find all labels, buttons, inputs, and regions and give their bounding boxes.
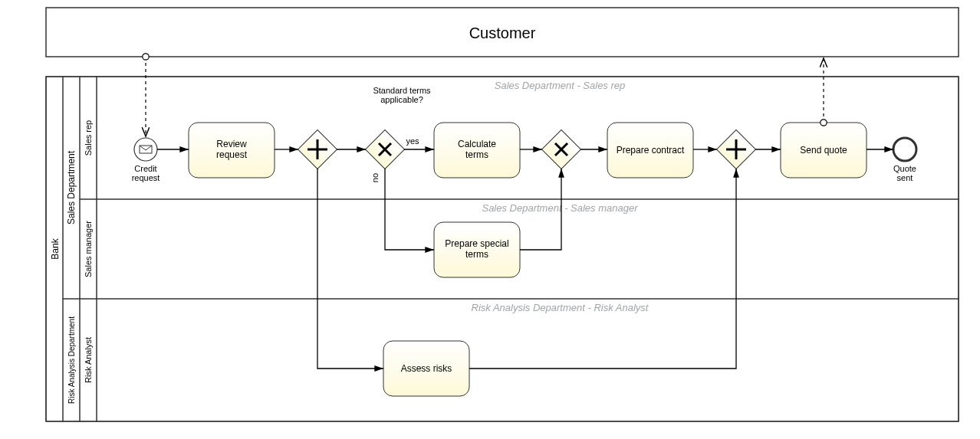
svg-text:terms: terms xyxy=(465,149,488,160)
svg-text:Prepare special: Prepare special xyxy=(445,238,508,249)
svg-text:applicable?: applicable? xyxy=(380,95,423,104)
pool-customer-title: Customer xyxy=(469,25,536,41)
svg-text:Send quote: Send quote xyxy=(800,145,847,156)
bpmn-diagram: Customer Bank Sales Department Sales rep… xyxy=(0,0,980,439)
lane-risk-analyst-title: Risk Analyst xyxy=(84,337,93,383)
svg-text:request: request xyxy=(216,149,248,160)
svg-text:Assess risks: Assess risks xyxy=(401,363,452,374)
svg-text:Prepare contract: Prepare contract xyxy=(617,145,685,156)
task-review-request: Review request xyxy=(189,123,275,178)
svg-text:Quote: Quote xyxy=(893,164,916,173)
task-prepare-special-terms: Prepare special terms xyxy=(434,222,520,277)
lane-sales-rep-title: Sales rep xyxy=(84,120,93,156)
svg-text:Calculate: Calculate xyxy=(458,139,496,149)
svg-text:sent: sent xyxy=(897,173,913,182)
svg-point-35 xyxy=(893,138,916,161)
subpool-sales-title: Sales Department xyxy=(66,150,77,224)
pool-bank-title: Bank xyxy=(50,238,61,259)
svg-text:Review: Review xyxy=(216,139,247,149)
svg-text:Standard terms: Standard terms xyxy=(373,86,431,95)
svg-text:Credit: Credit xyxy=(134,164,156,173)
task-prepare-contract: Prepare contract xyxy=(607,123,693,178)
subpool-risk-title: Risk Analysis Department xyxy=(67,316,76,404)
task-assess-risks: Assess risks xyxy=(383,341,469,396)
lane-sales-mgr-title: Sales manager xyxy=(84,221,93,277)
svg-text:terms: terms xyxy=(465,249,488,260)
label-yes: yes xyxy=(406,136,419,146)
lane-sales-mgr-watermark: Sales Department - Sales manager xyxy=(482,202,638,214)
task-send-quote: Send quote xyxy=(781,123,867,178)
lane-risk-analyst-watermark: Risk Analysis Department - Risk Analyst xyxy=(472,302,649,313)
svg-text:request: request xyxy=(132,173,160,182)
label-no: no xyxy=(370,173,380,182)
task-calculate-terms: Calculate terms xyxy=(434,123,520,178)
lane-sales-rep-watermark: Sales Department - Sales rep xyxy=(495,80,626,91)
